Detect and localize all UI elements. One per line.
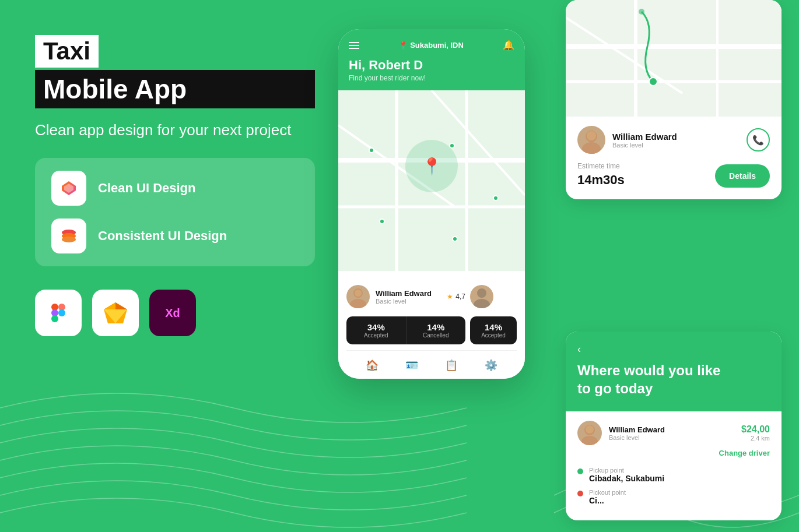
nav-home[interactable]: 🏠 — [366, 359, 379, 372]
hamburger-menu[interactable] — [349, 42, 359, 49]
svg-point-22 — [350, 299, 366, 308]
title-mobile-app: Mobile App — [35, 70, 315, 108]
dropoff-row: Pickout point Ci... — [577, 489, 770, 505]
right-driver-name: William Edward — [612, 132, 677, 142]
stat-label-3: Accepted — [479, 332, 507, 339]
pickup-place: Cibadak, Sukabumi — [589, 474, 664, 483]
estimate-section: Estimete time 14m30s Details — [577, 162, 770, 188]
destination-header: ‹ Where would you like to go today — [566, 332, 782, 411]
map-dot — [449, 143, 455, 149]
svg-point-24 — [477, 288, 486, 298]
dest-driver-level: Basic level — [609, 434, 665, 441]
driver-card-1: William Edward Basic level ★ 4,7 34% Ac — [346, 279, 465, 344]
svg-point-23 — [355, 290, 362, 297]
stats-row-2: 14% Accepted — [470, 316, 517, 344]
consistent-ui-label: Consistent UI Design — [98, 228, 227, 244]
driver-price-row: William Edward Basic level $24,00 2,4 km — [577, 421, 770, 445]
stat-label-2: Cancelled — [416, 332, 457, 339]
nav-list[interactable]: 📋 — [445, 359, 458, 372]
estimate-time: 14m30s — [577, 172, 625, 188]
svg-point-25 — [474, 299, 490, 308]
stat-percent-2: 14% — [416, 322, 457, 332]
feature-consistent-ui: Consistent UI Design — [51, 219, 299, 253]
svg-point-32 — [649, 77, 657, 86]
map-preview — [566, 0, 782, 117]
back-button[interactable]: ‹ — [577, 343, 770, 355]
pickup-row: Pickup point Cibadak, Sukabumi — [577, 467, 770, 483]
greeting-sub-text: Find your best rider now! — [349, 74, 514, 82]
dest-driver-info: William Edward Basic level — [577, 421, 665, 445]
driver-card-2: 14% Accepted — [470, 279, 517, 344]
stat-cancelled: 14% Cancelled — [406, 316, 466, 344]
stat-percent-1: 34% — [356, 322, 397, 332]
svg-rect-26 — [566, 0, 782, 117]
svg-point-7 — [58, 309, 65, 316]
notification-bell[interactable]: 🔔 — [503, 40, 514, 51]
driver-detail-card: William Edward Basic level 📞 Estimete ti… — [566, 117, 782, 199]
svg-point-36 — [587, 131, 596, 140]
map-dot — [493, 195, 499, 201]
pickup-section: Pickup point Cibadak, Sukabumi Pickout p… — [577, 467, 770, 505]
location-badge: 📍 Sukabumi, IDN — [398, 41, 464, 50]
nav-card[interactable]: 🪪 — [405, 359, 418, 372]
nav-settings[interactable]: ⚙️ — [485, 359, 497, 372]
feature-clean-ui: Clean UI Design — [51, 171, 299, 206]
details-button[interactable]: Details — [715, 164, 770, 188]
location-text: Sukabumi, IDN — [410, 41, 464, 50]
greeting-text: Hi, Robert D — [349, 58, 514, 73]
dest-driver-avatar — [577, 421, 602, 445]
destination-body: William Edward Basic level $24,00 2,4 km… — [566, 411, 782, 520]
left-section: Taxi Mobile App Clean app design for you… — [35, 35, 315, 336]
pin-icon: 📍 — [398, 41, 408, 50]
pickup-label: Pickup point — [589, 467, 664, 474]
rating-value: 4,7 — [455, 293, 465, 301]
map-dot — [379, 219, 385, 224]
phone-mockup: 📍 Sukabumi, IDN 🔔 Hi, Robert D Find your… — [338, 29, 525, 379]
app-icons-row: Xd — [35, 290, 315, 336]
map-dot — [369, 147, 374, 153]
stat-percent-3: 14% — [479, 322, 507, 332]
driver-avatar-1 — [346, 285, 370, 308]
change-driver-link[interactable]: Change driver — [577, 449, 770, 457]
svg-point-33 — [639, 9, 644, 15]
driver-level-1: Basic level — [376, 298, 432, 305]
svg-point-9 — [51, 315, 58, 322]
driver-avatar-2 — [470, 285, 493, 308]
right-top-card: William Edward Basic level 📞 Estimete ti… — [566, 0, 782, 199]
right-bottom-card: ‹ Where would you like to go today — [566, 332, 782, 520]
app-title: Taxi Mobile App — [35, 35, 315, 108]
phone-bottom: William Edward Basic level ★ 4,7 34% Ac — [338, 271, 525, 379]
driver-name-1: William Edward — [376, 289, 432, 298]
location-marker: 📍 — [422, 157, 442, 176]
destination-title: Where would you like to go today — [577, 361, 770, 397]
price-amount: $24,00 — [741, 424, 770, 435]
clean-ui-icon — [51, 171, 86, 206]
title-taxi: Taxi — [35, 35, 99, 68]
right-driver-level: Basic level — [612, 142, 677, 149]
consistent-ui-icon — [51, 219, 86, 253]
sketch-icon-box — [92, 290, 139, 336]
clean-ui-label: Clean UI Design — [98, 181, 195, 196]
figma-icon-box — [35, 290, 82, 336]
map-dot — [452, 236, 458, 242]
xd-label: Xd — [165, 306, 180, 320]
subtitle: Clean app design for your next project — [35, 120, 315, 140]
driver-row-info: William Edward Basic level — [577, 126, 677, 154]
dest-driver-name: William Edward — [609, 425, 665, 434]
phone-nav: 🏠 🪪 📋 ⚙️ — [346, 350, 517, 379]
stat-accepted-2: 14% Accepted — [470, 316, 517, 344]
phone-frame: 📍 Sukabumi, IDN 🔔 Hi, Robert D Find your… — [338, 29, 525, 379]
price-distance: 2,4 km — [741, 435, 770, 442]
stats-row-1: 34% Accepted 14% Cancelled — [346, 316, 465, 344]
price-info: $24,00 2,4 km — [741, 424, 770, 442]
stat-accepted: 34% Accepted — [346, 316, 406, 344]
svg-point-38 — [581, 436, 598, 445]
stat-label-1: Accepted — [356, 332, 397, 339]
driver-rating-1: ★ 4,7 — [447, 293, 465, 301]
xd-icon-box: Xd — [149, 290, 196, 336]
phone-header: 📍 Sukabumi, IDN 🔔 Hi, Robert D Find your… — [338, 29, 525, 90]
right-driver-avatar — [577, 126, 605, 154]
call-button[interactable]: 📞 — [747, 128, 770, 152]
dropoff-label: Pickout point — [589, 489, 626, 496]
star-icon: ★ — [447, 293, 453, 301]
